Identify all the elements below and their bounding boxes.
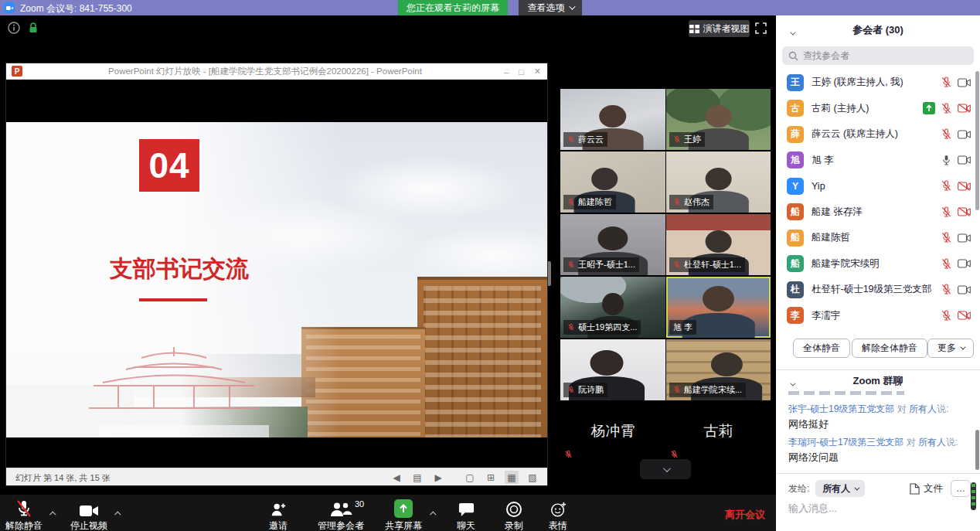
participant-row[interactable]: 古 古莉 (主持人) [776,96,980,122]
chat-connector: 对 [897,403,907,414]
reactions-button[interactable]: 表情 [536,498,580,531]
video-tile[interactable]: 船建学院宋续... [666,339,771,400]
stop-video-button[interactable]: 停止视频 [65,498,113,531]
participant-name: Yip [812,181,941,192]
panel-divider [776,369,980,370]
record-label: 录制 [492,519,536,531]
muted-mic-icon[interactable] [941,180,952,192]
video-tile[interactable]: 船建陈哲 [560,151,665,213]
chat-title: Zoom 群聊 [776,374,980,388]
audio-options-chevron[interactable] [51,505,56,519]
message-input[interactable] [788,502,958,514]
camera-on-icon[interactable] [958,78,971,87]
chat-recipient[interactable]: 所有人 [909,403,937,414]
annotation-menu-icon[interactable]: ▤ [410,471,424,484]
chat-scrollbar[interactable] [975,430,979,470]
chat-sender[interactable]: 李瑞珂-硕士17级第三党支部 [788,437,903,448]
camera-on-icon[interactable] [958,155,971,165]
muted-mic-icon[interactable] [941,77,952,88]
muted-mic-icon[interactable] [941,206,952,218]
next-slide-icon[interactable]: ▶ [431,471,445,484]
participant-row[interactable]: Y Yip [776,173,980,199]
tile-name: 薛云云 [578,134,604,145]
video-tile[interactable]: 硕士19第四支... [560,277,665,338]
chat-recipient[interactable]: 所有人 [918,437,946,448]
video-tile[interactable]: 杜登轩-硕士1... [666,214,771,275]
camera-on-icon[interactable] [958,285,971,294]
reading-view-icon[interactable]: ▦ [505,471,519,484]
chat-sender[interactable]: 张宇-硕士19级第五党支部 [788,403,894,414]
invite-label: 邀请 [255,519,301,531]
camera-off-icon[interactable] [958,182,971,191]
video-tile[interactable]: 薛云云 [560,89,665,150]
participant-row[interactable]: 旭 旭 李 [776,148,980,174]
unmute-button[interactable]: 解除静音 [0,498,48,531]
more-button[interactable]: 更多 [927,339,974,358]
participant-row[interactable]: 薛 薛云云 (联席主持人) [776,121,980,148]
participant-search[interactable] [782,46,974,65]
stage-scrollbar[interactable] [547,261,551,286]
muted-mic-icon[interactable] [941,232,952,243]
chat-input-area[interactable] [788,501,958,515]
camera-off-icon[interactable] [958,311,971,320]
chat-button[interactable]: 聊天 [444,498,488,531]
video-tile-camera-off[interactable]: 古莉 [666,402,771,463]
muted-mic-icon[interactable] [941,128,952,140]
normal-view-icon[interactable]: ▢ [463,471,477,484]
mic-on-icon[interactable] [941,155,952,166]
search-input[interactable] [803,50,968,61]
camera-off-icon[interactable] [958,207,971,216]
share-options-chevron[interactable] [431,505,436,519]
participant-row[interactable]: 船 船建陈哲 [776,225,980,251]
chat-more-button[interactable]: … [951,480,971,497]
file-label: 文件 [924,482,943,495]
muted-mic-icon[interactable] [941,258,952,270]
mute-all-button[interactable]: 全体静音 [793,339,850,358]
close-icon[interactable]: ✕ [534,66,541,77]
share-screen-button[interactable]: 共享屏幕 [380,498,427,531]
slideshow-view-icon[interactable]: ▧ [526,471,539,484]
camera-on-icon[interactable] [958,130,971,139]
participant-row[interactable]: 王 王婷 (联席主持人, 我) [776,70,980,96]
record-button[interactable]: 录制 [492,498,536,531]
invite-button[interactable]: 邀请 [255,498,301,531]
video-tile[interactable]: 赵伟杰 [666,151,771,213]
video-tile-active-speaker[interactable]: 旭 李 [666,277,771,338]
fullscreen-icon[interactable] [755,22,767,34]
muted-mic-icon[interactable] [941,310,952,322]
video-tile[interactable]: 阮诗鹏 [560,339,665,400]
video-tile-camera-off[interactable]: 杨冲霄 [560,402,665,463]
slide-sorter-icon[interactable]: ⊞ [484,471,498,484]
participant-row[interactable]: 船 船建 张存洋 [776,199,980,226]
manage-participants-button[interactable]: 30 管理参会者 [311,498,370,531]
leave-meeting-button[interactable]: 离开会议 [725,508,765,522]
muted-mic-icon[interactable] [941,284,952,295]
view-options-button[interactable]: 查看选项 [519,0,582,15]
chat-input-scrollbar[interactable] [971,482,976,510]
video-tile[interactable]: 王婷 [666,89,771,150]
participant-row[interactable]: 杜 杜登轩-硕士19级第三党支部 [776,277,980,303]
muted-mic-icon[interactable] [941,103,952,114]
meeting-info-icon[interactable] [8,22,20,34]
speaker-view-button[interactable]: 演讲者视图 [689,20,750,37]
participant-list-scrollbar[interactable] [975,71,979,210]
participant-row[interactable]: 船 船建学院宋续明 [776,251,980,277]
camera-on-icon[interactable] [958,259,971,268]
camera-off-icon[interactable] [958,104,971,113]
video-gallery: 薛云云 王婷 船建陈哲 赵伟杰 王昭予-硕士1... 杜登轩-硕士1... [560,89,771,463]
ppt-titlebar[interactable]: P PowerPoint 幻灯片放映 - [船建学院学生党支部书记例会20200… [6,63,547,80]
muted-mic-icon [673,135,681,144]
collapse-gallery-button[interactable] [640,459,691,479]
previous-slide-icon[interactable]: ◀ [390,471,403,484]
minimize-icon[interactable]: – [504,67,509,77]
video-options-chevron[interactable] [116,505,121,519]
recipient-dropdown[interactable]: 所有人 [815,480,865,497]
watching-screen-banner: 您正在观看古莉的屏幕 [398,0,508,15]
video-tile[interactable]: 王昭予-硕士1... [560,214,665,275]
send-file-button[interactable]: 文件 [910,482,943,495]
unmute-all-button[interactable]: 解除全体静音 [852,339,927,358]
participant-row[interactable]: 李 李濡宇 [776,303,980,329]
camera-on-icon[interactable] [958,233,971,243]
maximize-icon[interactable]: □ [519,67,524,77]
meeting-info-bar: Zoom 会议号: 841-755-300 您正在观看古莉的屏幕 查看选项 [0,0,980,15]
